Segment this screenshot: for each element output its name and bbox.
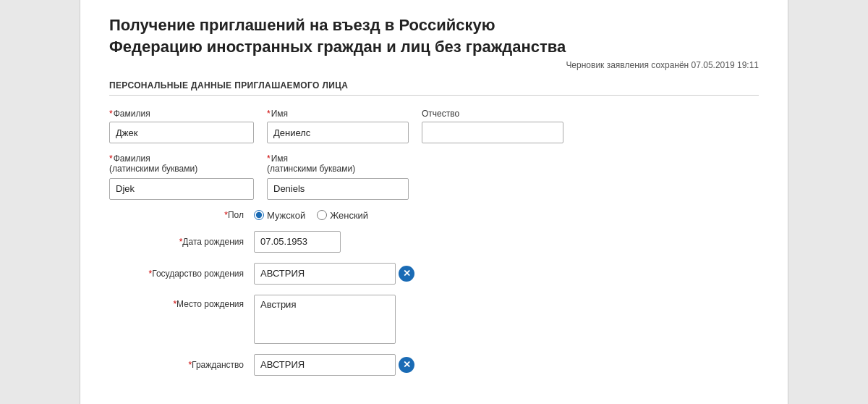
last-name-latin-group: *Фамилия (латинскими буквами) xyxy=(109,153,254,200)
last-name-group: *Фамилия xyxy=(109,109,254,143)
gender-radio-group: Мужской Женский xyxy=(254,210,368,221)
birth-place-label: *Место рождения xyxy=(109,295,254,309)
birthdate-row: *Дата рождения xyxy=(109,231,759,253)
first-name-latin-label: *Имя (латинскими буквами) xyxy=(267,153,409,175)
last-name-latin-input[interactable] xyxy=(109,178,254,200)
middle-name-group: Отчество xyxy=(422,109,563,143)
latin-name-row: *Фамилия (латинскими буквами) *Имя (лати… xyxy=(109,153,759,200)
birth-country-clear-button[interactable]: ✕ xyxy=(399,266,414,282)
first-name-label: *Имя xyxy=(267,109,409,119)
citizenship-input[interactable] xyxy=(254,354,396,376)
citizenship-field-group: ✕ xyxy=(254,354,414,376)
birth-place-input[interactable]: Австрия xyxy=(254,295,396,344)
birthdate-label: *Дата рождения xyxy=(109,237,254,247)
birth-country-row: *Государство рождения ✕ xyxy=(109,263,759,285)
citizenship-label: *Гражданство xyxy=(109,360,254,370)
first-name-group: *Имя xyxy=(267,109,409,143)
page-title-line1: Получение приглашений на въезд в Российс… xyxy=(109,16,495,34)
citizenship-clear-button[interactable]: ✕ xyxy=(399,357,414,373)
draft-saved-text: Черновик заявления сохранён 07.05.2019 1… xyxy=(109,60,759,70)
gender-male-text: Мужской xyxy=(267,210,305,221)
first-name-input[interactable] xyxy=(267,122,409,143)
birth-country-input[interactable] xyxy=(254,263,396,285)
first-name-latin-input[interactable] xyxy=(267,178,409,200)
birth-country-label: *Государство рождения xyxy=(109,269,254,279)
last-name-latin-label: *Фамилия (латинскими буквами) xyxy=(109,153,254,175)
first-name-latin-group: *Имя (латинскими буквами) xyxy=(267,153,409,200)
page-title: Получение приглашений на въезд в Российс… xyxy=(109,14,759,57)
last-name-label: *Фамилия xyxy=(109,109,254,119)
gender-female-label[interactable]: Женский xyxy=(317,210,368,221)
required-marker: * xyxy=(109,109,113,119)
clear-icon: ✕ xyxy=(403,268,411,279)
name-row: *Фамилия *Имя Отчество xyxy=(109,109,759,143)
gender-row: *Пол Мужской Женский xyxy=(109,210,759,221)
middle-name-label: Отчество xyxy=(422,109,563,119)
gender-male-radio[interactable] xyxy=(254,210,264,220)
citizenship-row: *Гражданство ✕ xyxy=(109,354,759,376)
clear-icon-citizenship: ✕ xyxy=(403,359,411,370)
middle-name-input[interactable] xyxy=(422,122,563,143)
gender-female-text: Женский xyxy=(330,210,368,221)
birthdate-input[interactable] xyxy=(254,231,341,253)
gender-female-radio[interactable] xyxy=(317,210,327,220)
birth-place-row: *Место рождения Австрия xyxy=(109,295,759,344)
gender-male-label[interactable]: Мужской xyxy=(254,210,305,221)
page-title-line2: Федерацию иностранных граждан и лиц без … xyxy=(109,38,566,56)
section-header: ПЕРСОНАЛЬНЫЕ ДАННЫЕ ПРИГЛАШАЕМОГО ЛИЦА xyxy=(109,80,759,96)
birth-country-field-group: ✕ xyxy=(254,263,414,285)
last-name-input[interactable] xyxy=(109,122,254,143)
gender-label: *Пол xyxy=(109,210,254,220)
